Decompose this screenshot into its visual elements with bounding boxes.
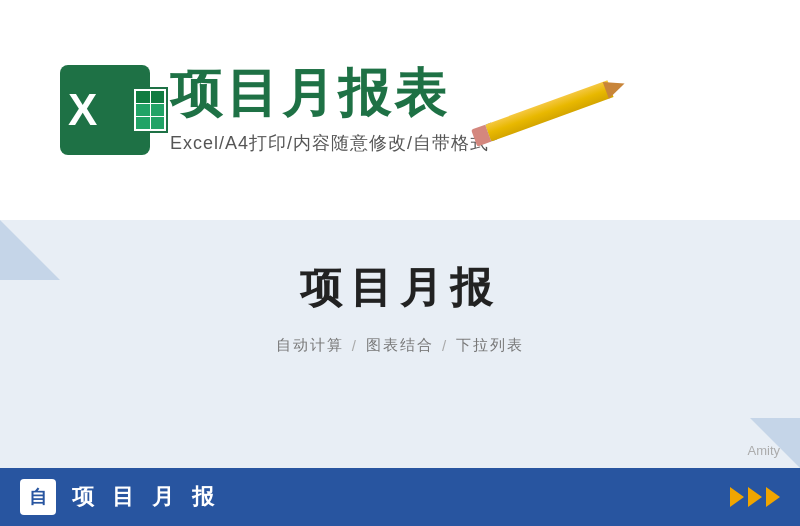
tag-3: 下拉列表 xyxy=(456,336,524,355)
accent-left xyxy=(0,220,60,280)
top-section: X 项目月报表 Excel/A4打印/内容随意修改/自带格式 xyxy=(0,0,800,220)
arrow-3 xyxy=(766,487,780,507)
excel-grid xyxy=(132,87,168,133)
bottom-main-title: 项目月报 xyxy=(300,260,500,316)
bottom-bar: 自 项 目 月 报 xyxy=(0,468,800,526)
excel-x-letter: X xyxy=(68,85,97,135)
page: X 项目月报表 Excel/A4打印/内容随意修改/自带格式 xyxy=(0,0,800,526)
subtitle: Excel/A4打印/内容随意修改/自带格式 xyxy=(170,131,489,155)
brand-text: Amity xyxy=(748,443,781,458)
separator-1: / xyxy=(352,337,358,354)
title-area: 项目月报表 Excel/A4打印/内容随意修改/自带格式 xyxy=(170,65,489,154)
main-title: 项目月报表 xyxy=(170,65,489,122)
arrow-2 xyxy=(748,487,762,507)
excel-icon: X xyxy=(60,65,150,155)
arrow-1 xyxy=(730,487,744,507)
separator-2: / xyxy=(442,337,448,354)
bar-bar-title: 项 目 月 报 xyxy=(72,482,730,512)
tag-1: 自动计算 xyxy=(276,336,344,355)
tag-2: 图表结合 xyxy=(366,336,434,355)
bar-arrows xyxy=(730,487,780,507)
bar-icon-text: 自 xyxy=(29,485,47,509)
bar-icon: 自 xyxy=(20,479,56,515)
bottom-tags: 自动计算 / 图表结合 / 下拉列表 xyxy=(276,336,524,355)
